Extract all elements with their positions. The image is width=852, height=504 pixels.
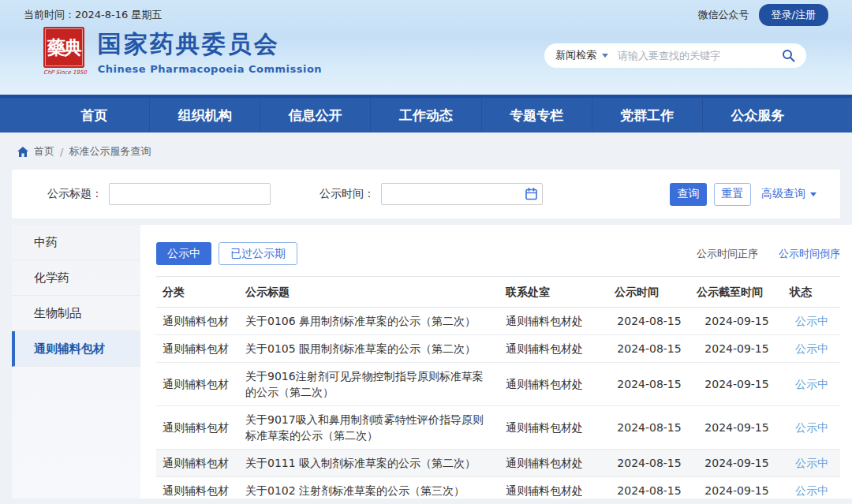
cell-office: 通则辅料包材处 — [499, 363, 608, 406]
list-toolbar: 公示中 已过公示期 公示时间正序 公示时间倒序 — [156, 225, 840, 265]
nav-item-0[interactable]: 首页 — [39, 98, 150, 133]
cell-title[interactable]: 关于9017吸入和鼻用制剂喷雾特性评价指导原则标准草案的公示（第二次） — [239, 406, 499, 450]
nav-item-2[interactable]: 信息公开 — [260, 98, 371, 133]
cell-title[interactable]: 关于0111 吸入制剂标准草案的公示（第二次） — [239, 450, 499, 477]
cell-category: 通则辅料包材 — [156, 308, 239, 335]
cell-publish-date: 2024-08-15 — [608, 450, 690, 477]
logo-caption: ChP Since 1950 — [43, 69, 87, 76]
table-row: 通则辅料包材关于0102 注射剂标准草案的公示（第三次）通则辅料包材处2024-… — [156, 477, 840, 504]
table-row: 通则辅料包材关于9016注射剂可见异物控制指导原则标准草案的公示（第二次）通则辅… — [156, 363, 840, 406]
nav-item-5[interactable]: 党群工作 — [592, 98, 703, 133]
cell-title[interactable]: 关于0106 鼻用制剂标准草案的公示（第二次） — [239, 308, 499, 335]
logo-seal-icon: 藥典 — [43, 27, 84, 68]
cell-publish-date: 2024-08-15 — [608, 308, 690, 335]
cell-office: 通则辅料包材处 — [499, 335, 608, 363]
time-filter-input[interactable] — [381, 183, 543, 205]
nav-item-3[interactable]: 工作动态 — [371, 98, 481, 133]
search-category-dropdown[interactable]: 新闻检索 — [555, 48, 608, 62]
cell-status[interactable]: 公示中 — [783, 406, 840, 450]
nav-item-4[interactable]: 专题专栏 — [482, 98, 592, 133]
wechat-official-link[interactable]: 微信公众号 — [698, 8, 749, 22]
column-header-publish-date: 公示时间 — [608, 277, 690, 308]
main-nav: 首页组织机构信息公开工作动态专题专栏党群工作公众服务 — [0, 95, 852, 133]
column-header-title: 公示标题 — [239, 277, 499, 308]
publicity-table: 分类 公示标题 联系处室 公示时间 公示截至时间 状态 通则辅料包材关于0106… — [156, 276, 840, 504]
content-area: 中药化学药生物制品通则辅料包材 公示中 已过公示期 公示时间正序 公示时间倒序 … — [12, 225, 840, 498]
cell-publish-date: 2024-08-15 — [608, 406, 690, 450]
cell-status[interactable]: 公示中 — [783, 335, 840, 363]
filter-actions: 查询 重置 高级查询 — [670, 183, 816, 206]
site-subtitle: Chinese Pharmacopoeia Commission — [98, 63, 322, 75]
login-register-button[interactable]: 登录/注册 — [759, 4, 828, 26]
category-sidebar: 中药化学药生物制品通则辅料包材 — [12, 225, 140, 498]
sort-time-asc-link[interactable]: 公示时间正序 — [697, 247, 758, 261]
cell-category: 通则辅料包材 — [156, 450, 239, 477]
breadcrumb-separator: / — [60, 146, 63, 158]
query-button[interactable]: 查询 — [670, 183, 707, 206]
search-category-label: 新闻检索 — [555, 48, 596, 62]
news-search-box: 新闻检索 — [544, 43, 806, 68]
site-logo: 藥典 ChP Since 1950 — [43, 27, 87, 76]
calendar-icon[interactable] — [525, 188, 537, 200]
cell-office: 通则辅料包材处 — [499, 477, 608, 504]
sidebar-item-1[interactable]: 化学药 — [12, 260, 140, 296]
cell-deadline: 2024-09-15 — [690, 406, 783, 450]
column-header-office: 联系处室 — [499, 277, 608, 308]
reset-button[interactable]: 重置 — [714, 183, 751, 206]
tab-in-publicity[interactable]: 公示中 — [156, 242, 211, 265]
sidebar-item-2[interactable]: 生物制品 — [12, 296, 140, 331]
cell-title[interactable]: 关于0102 注射剂标准草案的公示（第三次） — [239, 477, 499, 504]
cell-office: 通则辅料包材处 — [499, 308, 608, 335]
chevron-down-icon — [810, 192, 816, 196]
cell-title[interactable]: 关于0105 眼用制剂标准草案的公示（第二次） — [239, 335, 499, 363]
cell-status[interactable]: 公示中 — [783, 363, 840, 406]
site-titles: 国家药典委员会 Chinese Pharmacopoeia Commission — [98, 28, 322, 75]
search-icon[interactable] — [782, 49, 795, 62]
time-filter-label: 公示时间： — [320, 187, 375, 201]
table-row: 通则辅料包材关于0111 吸入制剂标准草案的公示（第二次）通则辅料包材处2024… — [156, 450, 840, 477]
top-bar: 当前时间：2024-8-16 星期五 微信公众号 登录/注册 — [24, 0, 828, 24]
cell-deadline: 2024-09-15 — [690, 450, 783, 477]
nav-item-6[interactable]: 公众服务 — [703, 98, 813, 133]
cell-status[interactable]: 公示中 — [783, 308, 840, 335]
breadcrumb: 首页 / 标准公示服务查询 — [0, 133, 852, 168]
sort-links: 公示时间正序 公示时间倒序 — [697, 247, 840, 261]
table-row: 通则辅料包材关于0106 鼻用制剂标准草案的公示（第二次）通则辅料包材处2024… — [156, 308, 840, 335]
title-filter-label: 公示标题： — [47, 187, 103, 201]
chevron-down-icon — [602, 54, 608, 58]
top-bar-right: 微信公众号 登录/注册 — [698, 4, 828, 26]
cell-office: 通则辅料包材处 — [499, 406, 608, 450]
cell-publish-date: 2024-08-15 — [608, 363, 690, 406]
breadcrumb-home[interactable]: 首页 — [34, 144, 54, 159]
advanced-search-toggle[interactable]: 高级查询 — [761, 187, 816, 201]
filter-panel: 公示标题： 公示时间： 查询 重置 高级查询 — [12, 170, 840, 218]
home-icon[interactable] — [17, 147, 28, 157]
tab-expired-publicity[interactable]: 已过公示期 — [219, 242, 297, 265]
cell-deadline: 2024-09-15 — [690, 363, 783, 406]
column-header-category: 分类 — [156, 277, 239, 308]
listing-panel: 公示中 已过公示期 公示时间正序 公示时间倒序 分类 公示标题 联系处室 公示时… — [140, 225, 852, 498]
column-header-deadline: 公示截至时间 — [690, 277, 783, 308]
cell-publish-date: 2024-08-15 — [608, 335, 690, 363]
header-hero: 当前时间：2024-8-16 星期五 微信公众号 登录/注册 藥典 ChP Si… — [0, 0, 852, 95]
cell-category: 通则辅料包材 — [156, 335, 239, 363]
cell-deadline: 2024-09-15 — [690, 477, 783, 504]
cell-category: 通则辅料包材 — [156, 477, 239, 504]
time-filter-wrap — [381, 183, 543, 205]
news-search-input[interactable] — [618, 50, 782, 62]
sidebar-item-0[interactable]: 中药 — [12, 225, 140, 260]
page: 当前时间：2024-8-16 星期五 微信公众号 登录/注册 藥典 ChP Si… — [0, 0, 852, 498]
title-filter-input[interactable] — [109, 183, 271, 205]
breadcrumb-current: 标准公示服务查询 — [69, 144, 151, 159]
table-body: 通则辅料包材关于0106 鼻用制剂标准草案的公示（第二次）通则辅料包材处2024… — [156, 308, 840, 504]
nav-item-1[interactable]: 组织机构 — [150, 98, 260, 133]
cell-status[interactable]: 公示中 — [783, 450, 840, 477]
sort-time-desc-link[interactable]: 公示时间倒序 — [779, 247, 840, 261]
cell-status[interactable]: 公示中 — [783, 477, 840, 504]
cell-title[interactable]: 关于9016注射剂可见异物控制指导原则标准草案的公示（第二次） — [239, 363, 499, 406]
cell-office: 通则辅料包材处 — [499, 450, 608, 477]
cell-category: 通则辅料包材 — [156, 406, 239, 450]
cell-deadline: 2024-09-15 — [690, 308, 783, 335]
sidebar-item-3[interactable]: 通则辅料包材 — [12, 331, 140, 367]
table-header: 分类 公示标题 联系处室 公示时间 公示截至时间 状态 — [156, 277, 840, 308]
